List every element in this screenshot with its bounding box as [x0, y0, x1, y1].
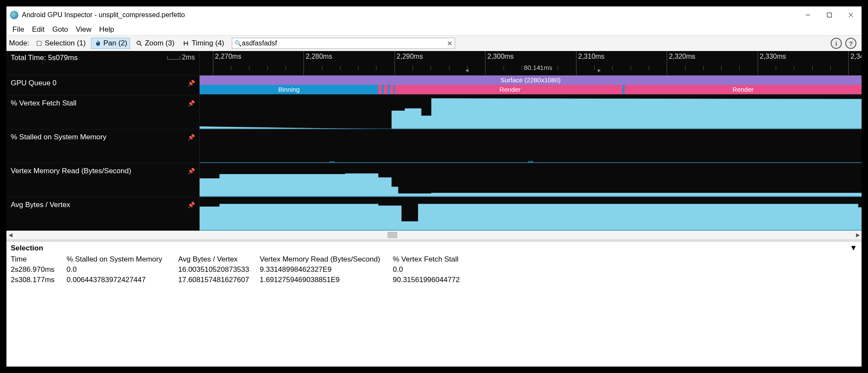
menu-help[interactable]: Help — [96, 24, 118, 35]
pin-icon[interactable]: 📌 — [188, 100, 195, 107]
metric-label: % Stalled on System Memory — [11, 133, 188, 141]
mode-zoom-label: Zoom (3) — [145, 39, 174, 48]
pin-icon[interactable]: 📌 — [188, 202, 195, 208]
table-row[interactable]: 2s286.970ms0.016.0035105208735339.331489… — [6, 265, 862, 275]
maximize-button[interactable] — [819, 6, 840, 24]
pan-icon — [94, 39, 102, 47]
track-gpu-queue: GPU Queue 0 📌 Surface (2280x1080) Binnin… — [6, 75, 862, 95]
ruler-tick-label: 2,280ms — [306, 53, 332, 60]
scrollbar-thumb[interactable] — [388, 232, 397, 238]
ruler-tick-label: 2,330ms — [760, 53, 786, 60]
menu-file[interactable]: File — [9, 24, 27, 35]
table-cell: 9.33148998462327E9 — [258, 265, 391, 274]
metric-label: % Vertex Fetch Stall — [11, 99, 188, 108]
ruler-tick-label: 2,310ms — [578, 53, 604, 60]
gpu-segment[interactable]: Render — [625, 85, 862, 94]
table-cell: 16.003510520873533 — [176, 265, 258, 274]
mode-timing-label: Timing (4) — [191, 39, 224, 48]
ruler-tick-label: 2,290ms — [397, 53, 423, 60]
table-cell: 2s308.177ms — [9, 276, 65, 284]
metric-label: Avg Bytes / Vertex — [11, 201, 188, 209]
gpu-segment[interactable] — [390, 85, 394, 94]
zoom-icon — [135, 39, 143, 47]
timeline: Total Time: 5s079ms 2ms 2,270ms2,280ms2,… — [6, 51, 862, 231]
search-clear-icon[interactable]: ✕ — [447, 39, 452, 48]
menu-goto[interactable]: Goto — [49, 24, 72, 35]
menubar: File Edit Goto View Help — [6, 24, 862, 36]
gpu-segment[interactable]: Render — [398, 85, 622, 94]
gpu-segments[interactable]: BinningRenderRender — [200, 85, 862, 94]
selection-title: Selection — [11, 244, 43, 253]
gpu-segment[interactable] — [384, 85, 388, 94]
time-ruler[interactable]: 2,270ms2,280ms2,290ms2,300ms2,310ms2,320… — [200, 51, 862, 75]
metric-chart[interactable] — [200, 197, 862, 231]
mini-scale: 2ms — [167, 54, 195, 61]
mode-timing[interactable]: Timing (4) — [179, 38, 227, 48]
pin-icon[interactable]: 📌 — [188, 168, 195, 174]
help-button[interactable]: ? — [845, 38, 856, 49]
window-title: Android GPU Inspector - unsplit_compress… — [22, 11, 797, 19]
table-cell: 0.0 — [391, 265, 486, 274]
column-header[interactable]: % Stalled on System Memory — [65, 255, 176, 264]
track-abv: Avg Bytes / Vertex📌 — [6, 197, 862, 231]
titlebar: Android GPU Inspector - unsplit_compress… — [6, 6, 862, 24]
table-cell: 0.0 — [65, 265, 176, 274]
column-header[interactable]: Avg Bytes / Vertex — [176, 255, 258, 264]
metric-chart[interactable] — [200, 129, 862, 163]
table-cell: 90.31561996044772 — [391, 276, 486, 284]
info-button[interactable]: i — [831, 38, 842, 49]
surface-bar[interactable]: Surface (2280x1080) — [200, 75, 862, 85]
scroll-left-icon[interactable]: ◀ — [6, 232, 14, 238]
close-button[interactable] — [840, 6, 862, 24]
metric-chart[interactable] — [200, 96, 862, 129]
metric-chart[interactable] — [200, 163, 862, 197]
menu-view[interactable]: View — [73, 24, 95, 35]
metric-label: Vertex Memory Read (Bytes/Second) — [11, 167, 188, 175]
svg-rect-4 — [37, 41, 41, 45]
minimize-button[interactable] — [797, 6, 819, 24]
table-cell: 2s286.970ms — [9, 265, 65, 274]
svg-rect-12 — [329, 161, 334, 162]
selection-icon — [35, 39, 43, 47]
track-ssm: % Stalled on System Memory📌 — [6, 129, 862, 163]
ruler-tick-label: 2,320ms — [669, 53, 695, 60]
selection-panel: Selection ▼ Time% Stalled on System Memo… — [6, 242, 862, 285]
gpu-queue-label: GPU Queue 0 — [11, 79, 188, 87]
horizontal-scrollbar[interactable]: ◀ ▶ — [6, 231, 862, 239]
mode-pan[interactable]: Pan (2) — [91, 38, 131, 49]
track-vfs: % Vertex Fetch Stall📌 — [6, 95, 862, 129]
app-icon — [10, 11, 18, 19]
scroll-right-icon[interactable]: ▶ — [854, 232, 862, 238]
table-cell: 1.6912759469038851E9 — [258, 276, 391, 284]
column-header[interactable]: % Vertex Fetch Stall — [391, 255, 486, 264]
menu-edit[interactable]: Edit — [28, 24, 48, 35]
svg-point-5 — [137, 41, 140, 45]
search-input[interactable] — [232, 38, 455, 49]
span-duration-label: 80.141ms — [524, 64, 552, 71]
ruler-tick-label: 2,270ms — [215, 53, 241, 60]
table-cell: 0.006443783972427447 — [65, 276, 176, 284]
table-row[interactable]: 2s308.177ms0.00644378397242744717.608157… — [6, 275, 862, 285]
column-header[interactable]: Time — [9, 255, 65, 264]
svg-rect-1 — [827, 13, 832, 17]
selection-table: Time% Stalled on System MemoryAvg Bytes … — [6, 254, 862, 285]
pin-icon[interactable]: 📌 — [188, 80, 195, 87]
window-controls — [797, 6, 862, 24]
gpu-segment[interactable]: Binning — [200, 85, 378, 94]
svg-line-6 — [140, 44, 142, 46]
mode-selection-label: Selection (1) — [45, 39, 85, 48]
table-cell: 17.608157481627607 — [176, 276, 258, 284]
toolbar: Mode: Selection (1) Pan (2) Zoom (3) Tim… — [6, 36, 862, 51]
gpu-segment[interactable] — [378, 85, 382, 94]
total-time-label: Total Time: 5s079ms — [11, 54, 167, 62]
ruler-tick-label: 2,340ms — [850, 53, 862, 60]
ruler-tick-label: 2,300ms — [487, 53, 513, 60]
pin-icon[interactable]: 📌 — [188, 134, 195, 141]
mode-zoom[interactable]: Zoom (3) — [133, 38, 177, 48]
search-box: 🔍 ✕ — [232, 38, 455, 49]
timing-icon — [182, 39, 190, 47]
mode-selection[interactable]: Selection (1) — [33, 38, 88, 48]
column-header[interactable]: Vertex Memory Read (Bytes/Second) — [258, 255, 391, 264]
mode-label: Mode: — [9, 39, 29, 48]
collapse-icon[interactable]: ▼ — [850, 244, 857, 253]
